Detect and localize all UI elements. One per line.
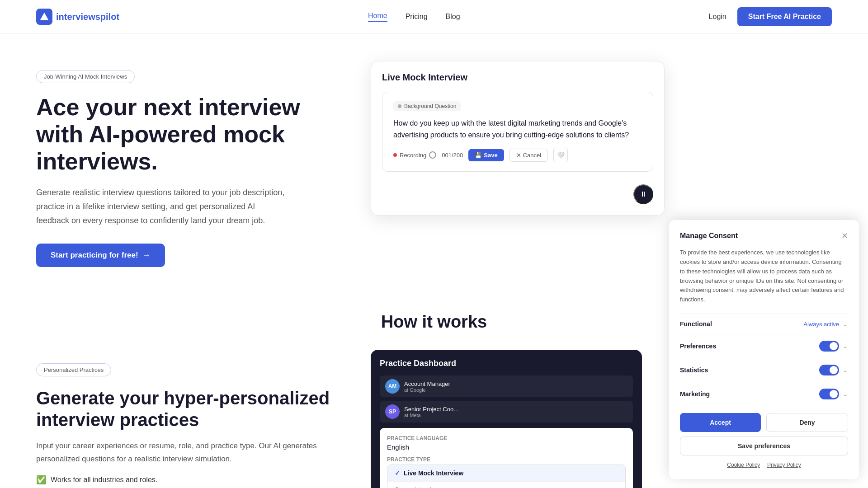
account-row: SP Senior Project Coo... at Meta (380, 401, 633, 422)
section-desc: Input your career experiences or resume,… (36, 440, 344, 466)
logo-icon (36, 9, 52, 25)
mock-controls: Recording 001/200 💾 Save ✕ Cancel 🤍 (393, 148, 642, 162)
mock-interview-card: Live Mock Interview Background Question … (371, 61, 665, 216)
svg-marker-0 (40, 13, 48, 20)
lang-value: English (387, 443, 626, 451)
accept-button[interactable]: Accept (680, 413, 761, 432)
nav-link-blog[interactable]: Blog (446, 13, 460, 21)
rec-dot (393, 153, 397, 157)
statistics-right: ⌄ (819, 365, 848, 375)
nav-links: Home Pricing Blog (368, 12, 460, 22)
preferences-chevron[interactable]: ⌄ (843, 343, 848, 350)
mock-save-button[interactable]: 💾 Save (468, 149, 504, 161)
account-company-1: at Meta (404, 413, 458, 418)
dropdown-item-1[interactable]: Stress Interview (387, 482, 625, 488)
mock-question-card: Background Question How do you keep up w… (382, 92, 653, 172)
cta-button[interactable]: Start Free AI Practice (737, 7, 832, 26)
login-link[interactable]: Login (709, 13, 726, 21)
rec-circle (429, 151, 436, 159)
lang-label: Practice Language (387, 435, 626, 441)
pause-button[interactable]: ⏸ (633, 184, 653, 204)
privacy-policy-link[interactable]: Privacy Policy (767, 462, 801, 468)
section-badge: Personalized Practices (36, 363, 111, 376)
hero-title: Ace your next interview with AI-powered … (36, 94, 344, 175)
consent-row-marketing: Marketing ⌄ (680, 382, 848, 406)
statistics-label: Statistics (680, 366, 708, 374)
check-icon: ✅ (36, 475, 46, 485)
mock-timer: 001/200 (442, 152, 463, 159)
nav-link-home[interactable]: Home (368, 12, 387, 22)
consent-modal: Manage Consent ✕ To provide the best exp… (669, 220, 859, 479)
dropdown-item-0[interactable]: ✓ Live Mock Interview (387, 465, 625, 482)
consent-header: Manage Consent ✕ (680, 231, 848, 241)
check-mark-icon: ✓ (395, 469, 400, 477)
preferences-toggle[interactable] (819, 341, 839, 352)
logo[interactable]: interviewspilot (36, 9, 119, 25)
preferences-right: ⌄ (819, 341, 848, 352)
dashboard-card: Practice Dashboard AM Account Manager at… (371, 350, 642, 488)
preferences-label: Preferences (680, 343, 716, 350)
statistics-toggle[interactable] (819, 365, 839, 375)
recording-indicator: Recording (393, 151, 436, 159)
account-avatar-0: AM (385, 379, 400, 394)
marketing-right: ⌄ (819, 389, 848, 399)
mock-cancel-button[interactable]: ✕ Cancel (509, 149, 548, 162)
cookie-policy-link[interactable]: Cookie Policy (727, 462, 760, 468)
consent-close-button[interactable]: ✕ (841, 231, 848, 241)
practice-type-dropdown[interactable]: Practice Language English Practice Type … (380, 428, 633, 488)
dropdown-items: ✓ Live Mock Interview Stress Interview Q… (387, 465, 626, 488)
consent-row-functional: Functional Always active ⌄ (680, 314, 848, 334)
marketing-label: Marketing (680, 390, 710, 398)
account-name-1: Senior Project Coo... (404, 406, 458, 413)
functional-right: Always active ⌄ (803, 320, 848, 328)
functional-chevron[interactable]: ⌄ (843, 320, 848, 328)
section-title: Generate your hyper-personalized intervi… (36, 387, 344, 431)
save-preferences-button[interactable]: Save preferences (680, 436, 848, 455)
nav-link-pricing[interactable]: Pricing (406, 13, 428, 21)
navbar: interviewspilot Home Pricing Blog Login … (0, 0, 868, 34)
hero-left: Job-Winning AI Mock Interviews Ace your … (36, 61, 344, 267)
marketing-toggle[interactable] (819, 389, 839, 399)
hero-desc: Generate realistic interview questions t… (36, 186, 289, 227)
consent-title: Manage Consent (680, 232, 738, 240)
hero-right: Live Mock Interview Background Question … (371, 61, 832, 216)
tag-dot (398, 104, 401, 108)
deny-button[interactable]: Deny (766, 413, 848, 432)
dashboard-title: Practice Dashboard (380, 359, 633, 368)
nav-actions: Login Start Free AI Practice (709, 7, 832, 26)
pause-icon: ⏸ (640, 190, 647, 198)
logo-text: interviewspilot (56, 12, 119, 22)
mock-question-text: How do you keep up with the latest digit… (393, 117, 642, 141)
second-left: Personalized Practices Generate your hyp… (36, 350, 344, 485)
functional-label: Functional (680, 320, 712, 328)
mock-question-tag: Background Question (393, 101, 461, 111)
always-active-label: Always active (803, 321, 839, 328)
account-company-0: at Google (404, 387, 450, 393)
statistics-chevron[interactable]: ⌄ (843, 366, 848, 374)
mock-heart-button[interactable]: 🤍 (553, 148, 568, 162)
hero-badge: Job-Winning AI Mock Interviews (36, 70, 135, 83)
marketing-chevron[interactable]: ⌄ (843, 390, 848, 398)
consent-row-statistics: Statistics ⌄ (680, 358, 848, 382)
type-label: Practice Type (387, 456, 626, 463)
account-rows: AM Account Manager at Google SP Senior P… (380, 375, 633, 422)
mock-card-title: Live Mock Interview (382, 72, 653, 83)
account-avatar-1: SP (385, 404, 400, 419)
feature-check: ✅ Works for all industries and roles. (36, 475, 344, 485)
hero-cta-button[interactable]: Start practicing for free! → (36, 244, 165, 267)
account-row: AM Account Manager at Google (380, 375, 633, 397)
consent-row-preferences: Preferences ⌄ (680, 334, 848, 358)
consent-actions: Accept Deny (680, 413, 848, 432)
account-name-0: Account Manager (404, 380, 450, 387)
consent-footer: Cookie Policy Privacy Policy (680, 462, 848, 468)
consent-desc: To provide the best experiences, we use … (680, 248, 848, 305)
